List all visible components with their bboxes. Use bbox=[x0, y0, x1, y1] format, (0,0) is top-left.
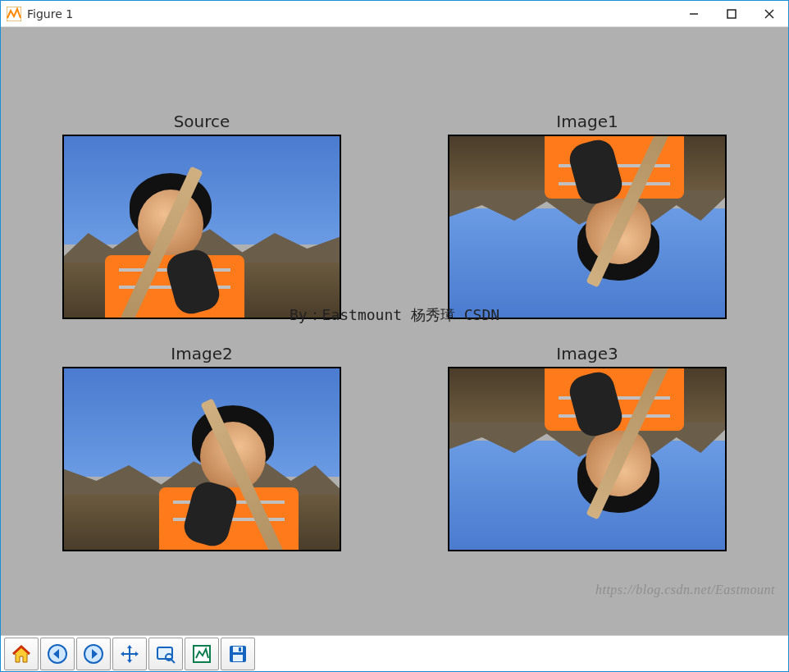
back-button[interactable] bbox=[40, 638, 75, 670]
subplot-image2: Image2 bbox=[34, 344, 370, 551]
app-icon bbox=[6, 6, 22, 22]
svg-rect-2 bbox=[727, 10, 736, 18]
subplot-source: Source bbox=[34, 112, 370, 319]
image-image1 bbox=[448, 135, 727, 319]
image-image3 bbox=[448, 367, 727, 551]
subplot-title: Image1 bbox=[556, 112, 618, 131]
maximize-button[interactable] bbox=[713, 1, 750, 26]
subplot-title: Source bbox=[174, 112, 230, 131]
svg-rect-13 bbox=[233, 655, 243, 661]
save-button[interactable] bbox=[221, 638, 255, 670]
subplot-image3: Image3 bbox=[419, 344, 755, 551]
minimize-button[interactable] bbox=[675, 1, 713, 26]
subplot-grid: Source bbox=[34, 112, 755, 551]
subplot-title: Image3 bbox=[556, 344, 618, 363]
figure-window: Figure 1 Source bbox=[0, 0, 789, 672]
svg-line-9 bbox=[171, 660, 175, 663]
titlebar: Figure 1 bbox=[1, 1, 788, 27]
image-source bbox=[62, 135, 341, 319]
svg-rect-7 bbox=[157, 647, 172, 659]
window-title: Figure 1 bbox=[27, 7, 73, 21]
image-image2 bbox=[62, 367, 341, 551]
subplots-config-button[interactable] bbox=[185, 638, 219, 670]
subplot-title: Image2 bbox=[171, 344, 232, 363]
mpl-toolbar bbox=[1, 635, 788, 671]
window-controls bbox=[675, 1, 788, 26]
watermark-text: https://blog.csdn.net/Eastmount bbox=[595, 583, 775, 597]
forward-button[interactable] bbox=[76, 638, 111, 670]
plot-canvas: Source bbox=[1, 27, 788, 635]
close-button[interactable] bbox=[750, 1, 788, 26]
home-button[interactable] bbox=[4, 638, 39, 670]
subplot-image1: Image1 bbox=[419, 112, 755, 319]
figure-suptitle: By：Eastmount 杨秀璋 CSDN bbox=[34, 305, 755, 325]
zoom-button[interactable] bbox=[148, 638, 183, 670]
svg-rect-14 bbox=[239, 647, 241, 651]
svg-rect-12 bbox=[233, 647, 243, 652]
pan-button[interactable] bbox=[112, 638, 147, 670]
